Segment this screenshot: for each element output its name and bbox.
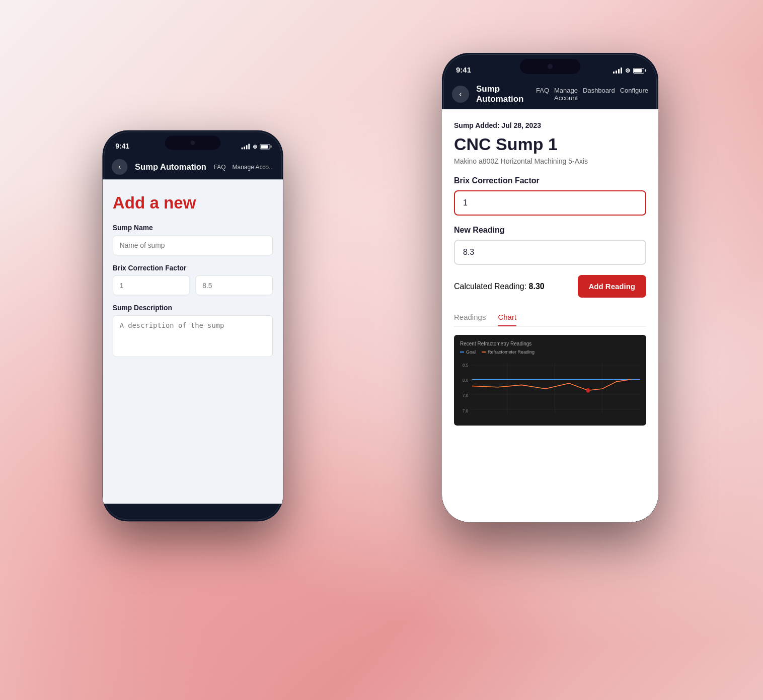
legend-goal: Goal [460,349,476,355]
brix-correction-label-back: Brix Correction Factor [113,264,190,272]
svg-text:8.5: 8.5 [463,363,469,368]
front-nav-links: FAQ Manage Account Dashboard Configure [536,87,648,102]
back-nav: ‹ Sump Automation FAQ Manage Acco... [103,154,283,180]
sump-reading-input[interactable] [196,275,273,296]
front-nav-manage[interactable]: Manage Account [554,87,578,102]
brix-correction-label-front: Brix Correction Factor [454,176,646,185]
front-phone-content: Sump Added: Jul 28, 2023 CNC Sump 1 Maki… [442,109,658,522]
brix-col: Brix Correction Factor [113,264,190,304]
front-nav-brand: Sump Automation [476,84,529,104]
front-wifi-icon: ⊜ [625,67,630,74]
chart-area: Recent Refractometry Readings Goal Refra… [454,335,646,426]
add-new-title: Add a new [113,193,273,213]
back-phone: 9:41 ⊜ ‹ Sump Automation [103,130,283,521]
svg-text:7.0: 7.0 [463,393,469,398]
chart-svg: 8.5 8.0 7.0 7.0 [460,359,640,419]
back-signal-bars [242,144,250,149]
front-phone-screen: 9:41 ⊜ ‹ Sump Automation [442,53,658,522]
svg-text:8.0: 8.0 [463,377,469,383]
sump-name-label: Sump Name [113,224,273,232]
front-phone: 9:41 ⊜ ‹ Sump Automation [442,53,658,522]
legend-reading-label: Refractometer Reading [488,349,535,355]
chart-title: Recent Refractometry Readings [460,341,640,346]
back-phone-content: Add a new Sump Name Brix Correction Fact… [103,179,283,504]
add-reading-button[interactable]: Add Reading [578,275,647,298]
legend-dot-reading [482,352,486,353]
front-nav: ‹ Sump Automation FAQ Manage Account Das… [442,78,658,109]
front-nav-faq[interactable]: FAQ [536,87,549,102]
front-back-button[interactable]: ‹ [452,86,469,103]
back-nav-links: FAQ Manage Acco... [214,164,274,171]
back-battery-icon [260,144,270,149]
calc-label: Calculated Reading: 8.30 [454,282,545,291]
sump-description-label: Sump Description [113,304,273,312]
svg-text:7.0: 7.0 [463,408,469,413]
calc-row: Calculated Reading: 8.30 Add Reading [454,275,646,298]
calc-value: 8.30 [529,282,545,291]
back-nav-manage[interactable]: Manage Acco... [233,164,274,171]
sump-reading-label [196,264,273,272]
back-status-icons: ⊜ [242,144,270,150]
tabs-row: Readings Chart [454,309,646,327]
front-nav-dashboard[interactable]: Dashboard [583,87,615,102]
back-phone-screen: 9:41 ⊜ ‹ Sump Automation [103,130,283,521]
brix-correction-input-front[interactable] [454,190,646,216]
tab-chart[interactable]: Chart [498,309,516,326]
legend-reading: Refractometer Reading [482,349,535,355]
sump-description-textarea[interactable] [113,315,273,357]
legend-goal-label: Goal [466,349,476,355]
phones-container: 9:41 ⊜ ‹ Sump Automation [80,23,683,677]
new-reading-label: New Reading [454,226,646,235]
sump-title: CNC Sump 1 [454,134,646,154]
tab-readings[interactable]: Readings [454,309,486,326]
front-nav-configure[interactable]: Configure [620,87,648,102]
back-wifi-icon: ⊜ [253,144,257,150]
new-reading-input[interactable] [454,240,646,265]
front-signal-bars [613,67,622,74]
sump-subtitle: Makino a800Z Horizontal Machining 5-Axis [454,157,646,165]
front-phone-notch [520,59,580,74]
sump-date: Sump Added: Jul 28, 2023 [454,121,646,129]
sump-col [196,264,273,304]
phone-notch [165,136,220,150]
sump-name-input[interactable] [113,236,273,256]
front-battery-icon [633,68,644,74]
back-nav-brand: Sump Automation [135,162,206,172]
form-row-brix: Brix Correction Factor [113,264,273,304]
back-back-button[interactable]: ‹ [112,159,127,175]
back-nav-faq[interactable]: FAQ [214,164,226,171]
legend-dot-goal [460,352,464,353]
chart-legend: Goal Refractometer Reading [460,349,640,355]
brix-input-back[interactable] [113,275,190,296]
svg-point-12 [586,388,590,393]
front-status-icons: ⊜ [613,67,644,74]
